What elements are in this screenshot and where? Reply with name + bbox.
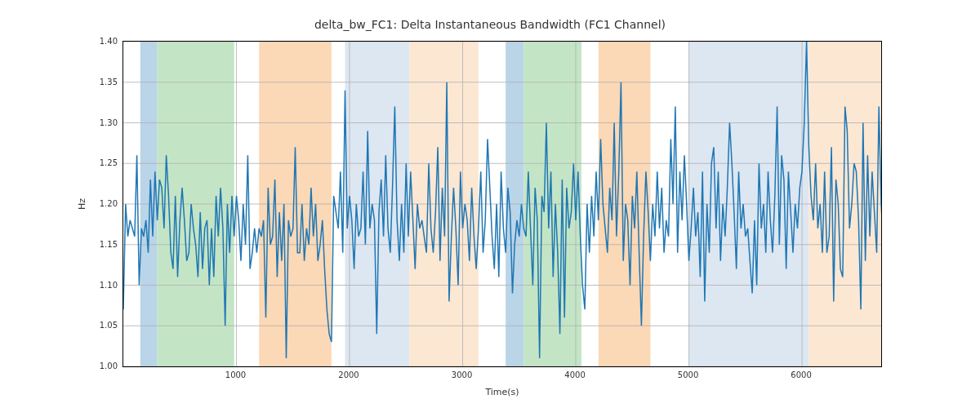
y-tick-label: 1.25 xyxy=(100,158,118,167)
y-tick-label: 1.30 xyxy=(100,118,118,126)
y-tick-label: 1.10 xyxy=(100,280,118,289)
y-tick-label: 1.15 xyxy=(100,239,118,248)
x-tick-label: 3000 xyxy=(452,370,472,379)
x-tick-label: 2000 xyxy=(338,370,359,379)
figure: delta_bw_FC1: Delta Instantaneous Bandwi… xyxy=(0,0,980,408)
x-tick-label: 6000 xyxy=(791,370,811,379)
y-tick-label: 1.05 xyxy=(100,321,118,330)
x-tick-label: 4000 xyxy=(564,370,585,379)
y-tick-label: 1.40 xyxy=(100,37,118,46)
x-tick-label: 1000 xyxy=(225,370,246,379)
y-tick-label: 1.35 xyxy=(100,77,118,86)
y-axis-label: Hz xyxy=(77,198,87,210)
chart-svg xyxy=(123,42,881,366)
chart-title: delta_bw_FC1: Delta Instantaneous Bandwi… xyxy=(0,18,980,31)
y-tick-label: 1.20 xyxy=(100,199,118,208)
x-axis-label: Time(s) xyxy=(122,387,882,397)
x-tick-label: 5000 xyxy=(678,370,698,379)
y-tick-label: 1.00 xyxy=(100,361,118,370)
axes xyxy=(122,41,882,367)
